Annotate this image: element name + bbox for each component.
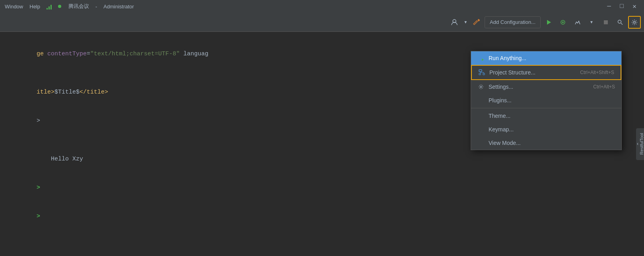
theme-icon [477,112,485,119]
maximize-button[interactable]: □ [617,2,627,11]
main-content: ▼ Add Configuration... [0,13,644,256]
menu-item-keymap-label: Keymap... [489,126,514,133]
svg-rect-5 [604,20,608,24]
build-button[interactable] [470,16,483,29]
menu-window[interactable]: Window [5,4,23,10]
restful-tool-handle[interactable]: ‹ RestfulTool [636,128,644,160]
svg-rect-10 [481,55,484,58]
username: Administrator [103,4,134,10]
menu-item-theme[interactable]: Theme... [471,109,621,123]
svg-rect-14 [479,73,481,75]
run-button[interactable] [542,16,555,29]
window-controls: — □ ✕ [604,2,639,11]
search-button[interactable] [614,16,627,29]
menu-item-settings[interactable]: Settings... Ctrl+Alt+S [471,80,621,94]
menu-item-theme-label: Theme... [489,113,510,119]
separator: - [95,4,97,10]
menu-item-settings-label: Settings... [489,84,513,90]
svg-point-8 [634,21,636,23]
run-options-dropdown[interactable]: ▼ [585,16,598,29]
settings-shortcut: Ctrl+Alt+S [593,84,615,90]
settings-button[interactable] [628,16,641,29]
close-button[interactable]: ✕ [630,2,639,11]
svg-point-4 [562,21,564,23]
user-dropdown-button[interactable]: ▼ [462,16,469,29]
project-structure-shortcut: Ctrl+Alt+Shift+S [580,70,614,75]
title-bar: Window Help 腾讯会议 - Administrator — □ ✕ [0,0,644,13]
svg-rect-11 [478,59,481,61]
project-structure-icon [478,69,485,76]
dropdown-menu: Run Anything... Project Structure... C [471,51,622,150]
menu-item-view-mode-label: View Mode... [489,140,521,146]
menu-separator-1 [471,108,621,108]
svg-marker-12 [482,59,484,61]
menu-item-plugins[interactable]: Plugins... [471,94,621,107]
menu-item-plugins-label: Plugins... [489,97,512,104]
chevron-left-icon: ‹ [636,141,639,147]
menu-item-run-anything-label: Run Anything... [489,55,526,61]
keymap-icon [477,126,485,133]
svg-line-7 [621,23,623,25]
debug-button[interactable] [557,16,569,29]
svg-marker-2 [547,20,551,25]
svg-rect-15 [483,73,485,75]
svg-point-6 [618,20,621,23]
signal-icon [47,3,52,10]
settings-menu-icon [477,83,485,90]
menu-item-view-mode[interactable]: View Mode... [471,136,621,150]
svg-rect-9 [478,55,481,58]
stop-button[interactable] [599,16,612,29]
run-anything-icon [477,55,485,62]
add-config-button[interactable]: Add Configuration... [485,16,541,28]
svg-rect-13 [479,70,482,72]
minimize-button[interactable]: — [604,2,614,11]
code-line-7: > [0,174,644,202]
menu-item-project-structure[interactable]: Project Structure... Ctrl+Alt+Shift+S [471,65,621,80]
app-name: 腾讯会议 [68,3,89,10]
plugins-icon [477,97,485,104]
view-mode-icon [477,139,485,147]
profile-button[interactable] [571,16,584,29]
menu-item-project-structure-label: Project Structure... [489,69,535,76]
menu-item-run-anything[interactable]: Run Anything... [471,51,621,65]
status-dot [58,5,61,8]
svg-point-19 [480,86,482,88]
toolbar: ▼ Add Configuration... [0,13,644,32]
menu-help[interactable]: Help [29,4,40,10]
code-line-8: > [0,202,644,231]
menu-item-keymap[interactable]: Keymap... [471,123,621,136]
side-panel-label: RestfulTool [639,133,644,154]
user-button[interactable] [448,16,461,29]
